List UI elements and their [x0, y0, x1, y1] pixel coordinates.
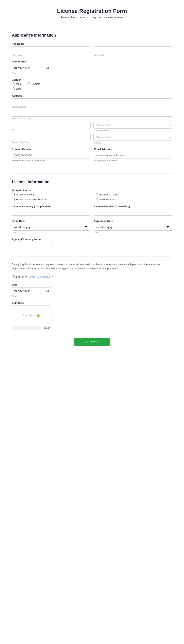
email-label: Email Address	[94, 148, 172, 151]
license-category-number-row: License Category (if applicable) License…	[12, 205, 172, 220]
zip-field-group: Postal / Zip Code	[12, 134, 91, 144]
first-name-field-group: First Name	[12, 46, 90, 56]
street-address-wrapper: Street Address	[12, 98, 172, 108]
first-name-input[interactable]	[12, 46, 90, 53]
gender-other-option[interactable]: Other	[12, 87, 172, 90]
address-label: Address	[12, 94, 172, 97]
dob-hint: Date	[12, 72, 51, 74]
terms-checkbox[interactable]	[12, 276, 15, 278]
full-name-label: Full Name	[12, 42, 172, 45]
signature-date-group: Date Date	[12, 283, 172, 298]
dob-input-wrapper: Date	[12, 64, 51, 74]
business-license-checkbox[interactable]	[95, 193, 98, 196]
street-address-hint: Street Address	[12, 106, 172, 108]
license-information-section: License Information Type of License Soft…	[12, 180, 172, 248]
page-subtitle: Please fill out the form to register for…	[12, 16, 172, 19]
business-license-label: Business License	[99, 193, 119, 196]
business-license-option[interactable]: Business License	[95, 193, 172, 196]
address-group: Address Street Address Street Address Li…	[12, 94, 172, 144]
dates-row: Issue Date Date Expiration Date Date	[12, 220, 172, 238]
vehicle-license-checkbox[interactable]	[95, 198, 98, 201]
gender-male-radio[interactable]	[12, 82, 15, 85]
signature-group: Signature Sign Here ✍ Clear	[12, 301, 172, 330]
agency-company-input[interactable]	[12, 242, 51, 248]
software-license-option[interactable]: Software License	[12, 193, 89, 196]
vehicle-license-option[interactable]: Vehicle License	[95, 198, 172, 201]
agency-company-group: Agency/Company Name	[12, 238, 172, 248]
license-number-input[interactable]	[94, 209, 172, 216]
license-number-group: License Number (if renewing)	[94, 205, 172, 216]
phone-hint: Please enter a valid phone number.	[12, 159, 90, 162]
full-name-group: Full Name First Name Last Name	[12, 42, 172, 56]
country-select[interactable]: Please Select	[93, 134, 172, 141]
issue-date-group: Issue Date Date	[12, 220, 90, 234]
gender-label: Gender	[12, 78, 172, 81]
required-star: *	[52, 276, 53, 278]
street-address-input[interactable]	[12, 98, 172, 105]
zip-country-row: Postal / Zip Code Please Select Country	[12, 134, 172, 144]
professional-service-license-option[interactable]: Professional Service License	[12, 198, 89, 201]
page-header: License Registration Form Please fill ou…	[12, 0, 172, 25]
agency-company-label: Agency/Company Name	[12, 238, 172, 241]
gender-other-radio[interactable]	[12, 87, 15, 90]
last-name-field-group: Last Name	[94, 46, 172, 56]
signature-date-input[interactable]	[12, 287, 51, 294]
issue-date-input[interactable]	[12, 224, 90, 230]
email-input[interactable]	[94, 152, 172, 158]
software-license-checkbox[interactable]	[12, 193, 15, 196]
license-section-title: License Information	[12, 180, 172, 184]
gender-female-option[interactable]: Female	[28, 82, 40, 85]
gender-group: Gender Male Female Other	[12, 78, 172, 90]
issue-date-label: Issue Date	[12, 220, 90, 222]
signature-label: Signature	[12, 301, 172, 304]
gender-male-option[interactable]: Male	[12, 82, 22, 85]
expiration-date-label: Expiration Date	[94, 220, 172, 222]
sign-here-text: Sign Here	[23, 314, 35, 317]
signature-canvas[interactable]: Sign Here ✍	[12, 306, 51, 325]
gender-male-label: Male	[16, 82, 22, 85]
type-of-license-label: Type of License	[12, 189, 172, 192]
signature-date-hint: Date	[12, 295, 51, 298]
gender-radio-group: Male Female Other	[12, 82, 172, 90]
state-field-group: Please Select State / Province	[93, 122, 172, 132]
zip-hint: Postal / Zip Code	[12, 141, 91, 144]
dob-input[interactable]	[12, 64, 51, 71]
signature-date-label: Date	[12, 283, 172, 286]
last-name-input[interactable]	[94, 46, 172, 53]
vehicle-license-label: Vehicle License	[99, 198, 117, 201]
disclaimer-group: By signing this document you agree to sh…	[12, 262, 172, 271]
terms-label-text: I agree to	[16, 276, 27, 278]
state-select[interactable]: Please Select	[93, 122, 172, 129]
professional-service-license-label: Professional Service License	[16, 198, 49, 201]
country-hint: Country	[93, 142, 172, 144]
zip-input[interactable]	[12, 134, 91, 140]
last-name-hint: Last Name	[94, 54, 172, 56]
applicants-section-title: Applicant's Information	[12, 33, 172, 38]
sign-here-placeholder: Sign Here ✍	[23, 313, 41, 318]
gender-female-label: Female	[32, 82, 40, 85]
city-input[interactable]	[12, 122, 91, 128]
section-divider	[12, 174, 172, 174]
gender-other-label: Other	[16, 87, 23, 90]
page-title: License Registration Form	[12, 8, 172, 14]
date-of-birth-group: Date of Birth Date	[12, 60, 172, 74]
contact-number-group: Contact Number Please enter a valid phon…	[12, 148, 90, 162]
email-hint: example@example.com	[94, 159, 172, 162]
street-address2-input[interactable]	[12, 110, 172, 116]
license-type-checkboxes: Software License Business License Profes…	[12, 193, 172, 201]
submit-button[interactable]: Submit	[74, 338, 109, 346]
professional-service-license-checkbox[interactable]	[12, 198, 15, 201]
contact-number-label: Contact Number	[12, 148, 90, 151]
license-category-input[interactable]	[12, 209, 90, 216]
street-address2-hint: Street Address Line 2	[12, 118, 172, 120]
contact-email-row: Contact Number Please enter a valid phon…	[12, 148, 172, 166]
clear-signature-button[interactable]: Clear	[12, 326, 51, 330]
expiration-date-input[interactable]	[94, 224, 172, 230]
state-hint: State / Province	[93, 130, 172, 132]
city-field-group: City	[12, 122, 91, 132]
phone-input[interactable]	[12, 152, 90, 158]
gender-female-radio[interactable]	[28, 82, 31, 85]
terms-link[interactable]: terms & conditions	[29, 276, 50, 278]
country-field-group: Please Select Country	[93, 134, 172, 144]
license-category-label: License Category (if applicable)	[12, 205, 90, 208]
